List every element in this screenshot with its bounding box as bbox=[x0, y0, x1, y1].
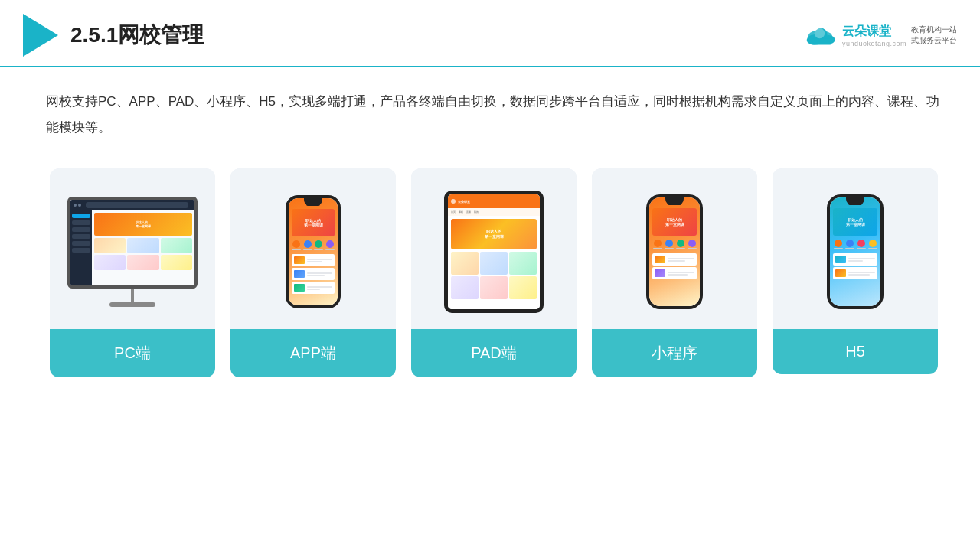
phone-course-item bbox=[833, 267, 877, 279]
phone-h5-device: 职达人的第一堂网课 bbox=[827, 194, 884, 309]
card-pc-label: PC端 bbox=[50, 329, 215, 377]
phone-app-device: 职达人的第一堂网课 bbox=[286, 195, 341, 308]
svg-point-6 bbox=[815, 28, 825, 38]
phone-icon-circle bbox=[688, 240, 696, 247]
tablet-nav-item: 直播 bbox=[466, 210, 471, 214]
phone-course-info bbox=[307, 272, 332, 276]
phone-course-list bbox=[652, 253, 697, 279]
phone-course-line bbox=[668, 272, 694, 273]
pc-banner-text: 职达人的第一堂网课 bbox=[136, 220, 151, 228]
header-left: 2.5.1网校管理 bbox=[23, 14, 204, 57]
phone-course-item bbox=[652, 267, 697, 279]
phone-icon-circle bbox=[846, 240, 854, 247]
phone-icon-item bbox=[652, 240, 662, 249]
phone-course-line bbox=[307, 272, 332, 274]
tablet-course-card bbox=[480, 276, 508, 299]
phone-course-info bbox=[668, 272, 694, 276]
card-miniprogram-image: 职达人的第一堂网课 bbox=[592, 168, 757, 329]
phone-miniprogram-device: 职达人的第一堂网课 bbox=[646, 194, 703, 309]
phone-screen-content: 职达人的第一堂网课 bbox=[830, 197, 880, 282]
phone-banner: 职达人的第一堂网课 bbox=[833, 208, 877, 236]
phone-course-line bbox=[848, 272, 875, 273]
phone-course-thumb bbox=[294, 270, 305, 278]
pc-sidebar-item bbox=[72, 248, 90, 253]
phone-screen-content: 职达人的第一堂网课 bbox=[289, 198, 338, 297]
pc-stand bbox=[131, 289, 134, 302]
pc-grid-item bbox=[94, 255, 126, 270]
phone-course-line bbox=[848, 258, 875, 259]
card-pad-label: PAD端 bbox=[411, 329, 577, 377]
card-h5: 职达人的第一堂网课 bbox=[773, 168, 938, 374]
phone-screen: 职达人的第一堂网课 bbox=[289, 198, 338, 305]
phone-course-thumb bbox=[294, 284, 305, 292]
pc-sidebar-item bbox=[72, 214, 90, 218]
pc-sidebar-item bbox=[72, 241, 90, 246]
pc-grid bbox=[94, 238, 192, 270]
phone-course-list bbox=[833, 253, 877, 279]
card-app: 职达人的第一堂网课 bbox=[230, 168, 396, 377]
tablet-course-card bbox=[451, 276, 479, 299]
tablet-course-grid bbox=[451, 252, 537, 299]
tablet-banner-text: 职达人的第一堂网课 bbox=[485, 229, 504, 240]
brand-text: 云朵课堂 yunduoketang.com bbox=[842, 24, 906, 47]
tablet-course-card bbox=[480, 252, 508, 275]
phone-course-line bbox=[848, 260, 863, 262]
phone-icon-label bbox=[653, 248, 662, 249]
phone-course-info bbox=[307, 259, 332, 262]
phone-course-info bbox=[848, 258, 875, 262]
pc-grid-item bbox=[127, 255, 158, 270]
main-content: 网校支持PC、APP、PAD、小程序、H5，实现多端打通，产品各终端自由切换，数… bbox=[0, 67, 980, 393]
phone-course-info bbox=[668, 258, 694, 262]
phone-course-line bbox=[307, 289, 320, 290]
phone-banner: 职达人的第一堂网课 bbox=[652, 208, 697, 236]
card-h5-label: H5 bbox=[773, 329, 938, 374]
header: 2.5.1网校管理 云朵课堂 yunduoketang.com bbox=[0, 0, 980, 67]
phone-course-thumb bbox=[835, 256, 846, 263]
phone-icon-circle bbox=[326, 240, 334, 248]
brand-url: yunduoketang.com bbox=[842, 40, 906, 47]
phone-icon-circle bbox=[665, 240, 673, 247]
logo-triangle-icon bbox=[23, 14, 58, 57]
cards-row: 职达人的第一堂网课 bbox=[46, 168, 942, 377]
phone-icon-label bbox=[857, 248, 866, 249]
phone-icon-label bbox=[325, 249, 335, 250]
phone-icon-label bbox=[303, 249, 312, 250]
pc-monitor: 职达人的第一堂网课 bbox=[67, 197, 198, 289]
phone-notch bbox=[304, 198, 322, 206]
brand-logo: 云朵课堂 yunduoketang.com 教育机构一站式服务云平台 bbox=[805, 23, 957, 47]
phone-icon-item bbox=[675, 240, 685, 249]
pc-grid-item bbox=[161, 255, 192, 270]
phone-banner-text: 职达人的第一堂网课 bbox=[665, 217, 684, 227]
phone-icon-label bbox=[834, 248, 843, 249]
pc-dot-1 bbox=[74, 204, 77, 207]
phone-icon-item bbox=[687, 240, 697, 249]
pc-grid-item bbox=[127, 238, 158, 253]
phone-icon-label bbox=[868, 248, 877, 249]
tablet-course-card bbox=[509, 276, 537, 299]
cloud-icon bbox=[805, 23, 838, 47]
tablet-nav-item: 课程 bbox=[459, 210, 463, 214]
phone-course-thumb bbox=[835, 269, 846, 277]
phone-icon-item bbox=[303, 240, 313, 250]
phone-banner-text: 职达人的第一堂网课 bbox=[304, 218, 323, 228]
phone-screen: 职达人的第一堂网课 bbox=[649, 197, 700, 306]
pc-sidebar-item bbox=[72, 220, 90, 225]
phone-course-line bbox=[848, 274, 870, 276]
phone-course-info bbox=[307, 286, 332, 290]
phone-icon-circle bbox=[654, 240, 662, 247]
phone-icon-item bbox=[664, 240, 674, 249]
phone-banner-text: 职达人的第一堂网课 bbox=[846, 217, 865, 227]
tablet-body: 职达人的第一堂网课 bbox=[448, 216, 540, 302]
phone-course-line bbox=[307, 286, 332, 288]
phone-course-item bbox=[652, 253, 697, 266]
phone-course-thumb bbox=[294, 256, 305, 264]
phone-icon-item bbox=[856, 240, 866, 249]
pc-grid-item bbox=[161, 238, 192, 253]
phone-course-line bbox=[668, 258, 694, 259]
pc-addressbar bbox=[86, 202, 188, 208]
card-h5-image: 职达人的第一堂网课 bbox=[773, 168, 938, 329]
phone-grid bbox=[292, 239, 335, 252]
tablet-banner: 职达人的第一堂网课 bbox=[451, 219, 537, 249]
phone-screen: 职达人的第一堂网课 bbox=[830, 197, 880, 306]
phone-course-info bbox=[848, 272, 875, 276]
